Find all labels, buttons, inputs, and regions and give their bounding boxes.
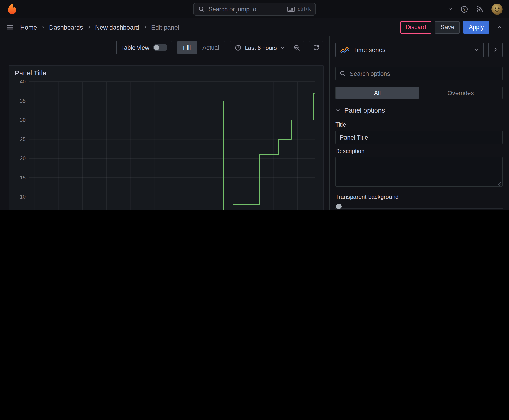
user-avatar[interactable]	[492, 3, 503, 15]
refresh-icon	[313, 44, 319, 51]
title-label: Title	[335, 121, 503, 128]
collapsed-subsections: Panel links Repeat options	[335, 208, 503, 210]
panel-edit-actions: Discard Save Apply	[400, 21, 503, 33]
svg-text:35: 35	[20, 98, 26, 104]
tab-overrides[interactable]: Overrides	[419, 87, 502, 99]
apply-button[interactable]: Apply	[463, 21, 489, 33]
search-icon	[340, 70, 346, 77]
svg-text:40: 40	[20, 79, 26, 85]
new-menu-button[interactable]	[440, 5, 452, 13]
svg-text:30: 30	[20, 117, 26, 123]
breadcrumb: Home Dashboards New dashboard Edit panel	[20, 23, 179, 31]
table-view-label: Table view	[121, 44, 149, 51]
top-bar: Search or jump to... ctrl+k ?	[0, 0, 509, 18]
table-view-toggle[interactable]	[153, 44, 167, 51]
search-options-input[interactable]	[350, 70, 498, 77]
keyboard-icon	[287, 6, 295, 12]
menu-icon[interactable]	[6, 23, 14, 31]
panel-links-row[interactable]: Panel links	[335, 208, 503, 210]
tab-all[interactable]: All	[336, 87, 419, 99]
news-rss-icon[interactable]	[476, 5, 483, 13]
description-label: Description	[335, 148, 503, 154]
svg-text:20: 20	[20, 156, 26, 161]
chevron-right-icon	[41, 25, 45, 29]
search-placeholder: Search or jump to...	[208, 6, 283, 12]
chevron-right-icon	[143, 25, 147, 29]
visualization-picker[interactable]: Time series	[335, 43, 484, 57]
chevron-up-icon[interactable]	[496, 24, 503, 30]
plus-icon	[440, 5, 447, 13]
visualization-picker-row: Time series	[335, 43, 503, 57]
options-sidebar: Time series All Overrides	[329, 36, 509, 210]
breadcrumb-dashboards[interactable]: Dashboards	[49, 23, 83, 31]
display-mode-group: Fill Actual	[177, 41, 226, 54]
panel-view-toolbar: Table view Fill Actual Last 6 hours	[0, 41, 323, 54]
chevron-down-icon	[335, 107, 341, 113]
search-shortcut: ctrl+k	[287, 6, 311, 12]
save-button[interactable]: Save	[435, 21, 460, 33]
timeseries-viz-icon	[340, 45, 349, 54]
transparent-background-label: Transparent background	[335, 193, 503, 200]
chevron-right-icon	[87, 25, 91, 29]
table-view-toggle-group[interactable]: Table view	[116, 41, 172, 54]
panel-title-input[interactable]	[335, 131, 503, 144]
svg-text:10: 10	[20, 194, 26, 200]
zoom-out-icon	[294, 44, 300, 51]
breadcrumb-home[interactable]: Home	[20, 23, 37, 31]
breadcrumb-bar: Home Dashboards New dashboard Edit panel…	[0, 18, 509, 36]
resize-grip-icon[interactable]	[497, 182, 501, 186]
search-options-box[interactable]	[335, 67, 503, 80]
grafana-logo-icon[interactable]	[6, 3, 18, 15]
main-area: Table view Fill Actual Last 6 hours	[0, 36, 329, 210]
panel-options-section: Panel options Title Description Transpar…	[335, 99, 503, 210]
svg-text:25: 25	[20, 136, 26, 142]
description-textarea[interactable]	[335, 157, 503, 187]
panel-options-header[interactable]: Panel options	[335, 99, 503, 118]
chevron-down-icon	[448, 7, 452, 11]
description-field-wrap	[335, 157, 503, 188]
clock-icon	[235, 44, 242, 51]
discard-button[interactable]: Discard	[400, 21, 432, 33]
time-picker-group: Last 6 hours	[230, 41, 304, 54]
time-range-button[interactable]: Last 6 hours	[230, 41, 290, 54]
zoom-out-button[interactable]	[290, 41, 304, 54]
breadcrumb-new-dashboard[interactable]: New dashboard	[95, 23, 139, 31]
refresh-button[interactable]	[309, 41, 323, 54]
actual-option[interactable]: Actual	[197, 41, 225, 54]
fill-option[interactable]: Fill	[177, 41, 197, 54]
chevron-down-icon	[474, 47, 479, 52]
search-icon	[198, 6, 205, 12]
svg-text:?: ?	[463, 7, 465, 11]
grafana-edit-panel-page: Search or jump to... ctrl+k ?	[0, 0, 509, 210]
global-search-box[interactable]: Search or jump to... ctrl+k	[193, 2, 316, 15]
collapse-pane-button[interactable]	[488, 43, 503, 57]
topbar-actions: ?	[440, 3, 503, 15]
options-filter-tabs: All Overrides	[335, 87, 503, 99]
chevron-right-icon	[493, 47, 498, 52]
breadcrumb-edit-panel: Edit panel	[151, 23, 179, 31]
chevron-down-icon	[280, 45, 285, 50]
chart-panel: Panel Title 051015202530354015:3016:0016…	[9, 65, 324, 210]
panel-title: Panel Title	[15, 69, 318, 79]
time-series-chart[interactable]: 051015202530354015:3016:0016:3017:0017:3…	[15, 79, 318, 210]
time-range-label: Last 6 hours	[245, 44, 277, 51]
visualization-name: Time series	[353, 46, 386, 53]
svg-text:15: 15	[20, 175, 26, 181]
help-icon[interactable]: ?	[461, 5, 468, 13]
